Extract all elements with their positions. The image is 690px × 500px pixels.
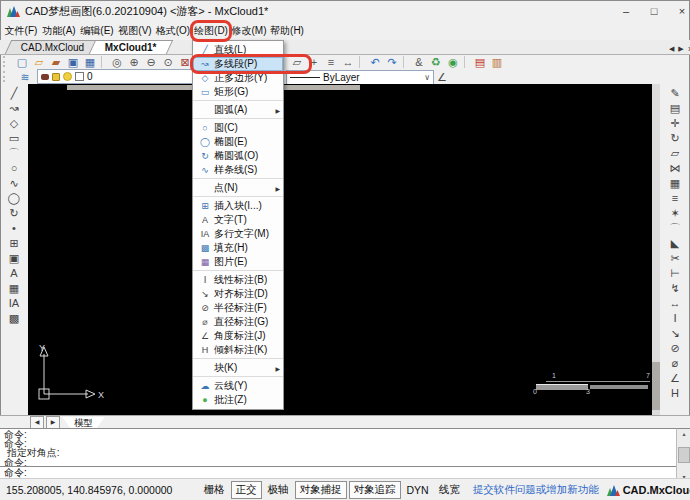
fillet-tool-icon[interactable]: ⌒ (663, 221, 687, 236)
draw-menu-hatch[interactable]: ▩ 填充(H) ▶ (193, 241, 283, 255)
draw-menu-dim-aligned[interactable]: ↘ 对齐标注(D) ▶ (193, 287, 283, 301)
insert-block-tool-icon[interactable]: ⊞ (2, 236, 26, 251)
toggle-otrack[interactable]: 对象追踪 (349, 481, 401, 499)
toggle-osnap[interactable]: 对象捕捉 (295, 481, 347, 499)
block-tool-icon[interactable]: ▣ (2, 251, 26, 266)
web-icon[interactable]: ◉ (445, 55, 461, 69)
draw-menu-circle[interactable]: ○ 圆(C) ▶ (193, 121, 283, 135)
draw-menu-line[interactable]: ╱ 直线(L) ▶ (193, 43, 283, 57)
draw-menu-insert-block[interactable]: ⊞ 插入块(I...) ▶ (193, 199, 283, 213)
dim-oblique-tool-icon[interactable]: H (663, 386, 687, 401)
line-tool-icon[interactable]: ╱ (2, 86, 26, 101)
draw-menu-mtext[interactable]: IA 多行文字(M) ▶ (193, 227, 283, 241)
color-select[interactable]: ByLayer ∨ (286, 70, 434, 85)
extend-tool-icon[interactable]: ⊢ (663, 266, 687, 281)
distance-icon[interactable]: ↔ (340, 55, 356, 69)
explode-tool-icon[interactable]: ✶ (663, 206, 687, 221)
draw-menu-spline[interactable]: ∿ 样条线(S) ▶ (193, 163, 283, 179)
draw-menu-text[interactable]: A 文字(T) ▶ (193, 213, 283, 227)
draw-menu-rectangle[interactable]: ▭ 矩形(G) ▶ (193, 85, 283, 101)
offset-tool-icon[interactable]: ≡ (663, 191, 687, 206)
area-icon[interactable]: ▱ (289, 55, 305, 69)
draw-menu-arc[interactable]: 圆弧(A) ▶ (193, 103, 283, 119)
zoom-all-icon[interactable]: ⊙ (160, 55, 176, 69)
layer-select[interactable]: 0 ∨ (37, 69, 203, 84)
dim-angular-tool-icon[interactable]: ∠ (663, 371, 687, 386)
draw-menu-ellipse[interactable]: ◯ 椭圆(E) ▶ (193, 135, 283, 149)
new-file-icon[interactable]: ▢ (14, 55, 30, 69)
draw-menu-dim-angular[interactable]: ∠ 角度标注(J) ▶ (193, 329, 283, 343)
menu-item-modify[interactable]: 修改(M) (230, 22, 268, 40)
menu-item-help[interactable]: 帮助(H) (268, 22, 306, 40)
lineweight-icon[interactable]: ∠ (434, 70, 450, 84)
circle-tool-icon[interactable]: ○ (2, 161, 26, 176)
draw-menu-dim-diameter[interactable]: ⌀ 直径标注(G) ▶ (193, 315, 283, 329)
tab-mxcloud1[interactable]: MxCloud1* (89, 40, 173, 54)
image-tool-icon[interactable]: ▦ (2, 281, 26, 296)
import-icon[interactable]: ▰ (48, 55, 64, 69)
feedback-link[interactable]: 提交软件问题或增加新功能 (473, 483, 599, 497)
text-tool-icon[interactable]: A (2, 266, 26, 281)
tab-next-icon[interactable]: ▶ (678, 45, 683, 53)
maximize-button[interactable]: □ (640, 1, 668, 21)
draw-menu-dim-linear[interactable]: Ⅰ 线性标注(B) ▶ (193, 273, 283, 287)
scroll-up-icon[interactable]: ▴ (682, 430, 685, 437)
copy-tool-icon[interactable]: ▤ (663, 101, 687, 116)
ellipse-tool-icon[interactable]: ◯ (2, 191, 26, 206)
group-icon[interactable]: & (411, 55, 427, 69)
id-point-icon[interactable]: + (306, 55, 322, 69)
list-icon[interactable]: ≡ (323, 55, 339, 69)
draw-menu-image[interactable]: ▦ 图片(E) ▶ (193, 255, 283, 271)
minimize-button[interactable]: – (612, 1, 640, 21)
dim-diameter-tool-icon[interactable]: ⌀ (663, 356, 687, 371)
draw-menu-point[interactable]: 点(N) ▶ (193, 181, 283, 197)
layers-manager-icon[interactable]: ≋ (17, 70, 33, 84)
pdf-export-icon[interactable]: ▤ (472, 55, 488, 69)
close-button[interactable]: × (668, 1, 690, 21)
dim-aligned-tool-icon[interactable]: ↘ (663, 326, 687, 341)
menu-item-file[interactable]: 文件(F) (2, 22, 40, 40)
draw-menu-revcloud[interactable]: ☁ 云线(Y) ▶ (193, 379, 283, 393)
toggle-grid[interactable]: 栅格 (200, 482, 229, 498)
rotate-tool-icon[interactable]: ↻ (663, 131, 687, 146)
polygon-tool-icon[interactable]: ◇ (2, 116, 26, 131)
ellipse-arc-tool-icon[interactable]: ↻ (2, 206, 26, 221)
erase-tool-icon[interactable]: ✎ (663, 86, 687, 101)
command-scrollbar[interactable]: ▴ ▾ (676, 428, 690, 481)
menu-item-draw[interactable]: 绘图(D) (192, 22, 230, 40)
toggle-polar[interactable]: 极轴 (264, 482, 293, 498)
chamfer-tool-icon[interactable]: ◣ (663, 236, 687, 251)
dim-linear-tool-icon[interactable]: Ⅰ (663, 311, 687, 326)
mirror-tool-icon[interactable]: ⋈ (663, 161, 687, 176)
rectangle-tool-icon[interactable]: ▭ (2, 131, 26, 146)
zoom-out-icon[interactable]: ⊖ (143, 55, 159, 69)
draw-menu-dim-radius[interactable]: ⊘ 半径标注(F) ▶ (193, 301, 283, 315)
dim-radius-tool-icon[interactable]: ⊘ (663, 341, 687, 356)
zoom-window-icon[interactable]: ⊠ (177, 55, 193, 69)
scale-tool-icon[interactable]: ▱ (663, 146, 687, 161)
menu-item-format[interactable]: 格式(O) (154, 22, 192, 40)
polyline-tool-icon[interactable]: ↝ (2, 101, 26, 116)
mtext-tool-icon[interactable]: IA (2, 296, 26, 311)
model-tab[interactable]: 模型 (62, 417, 105, 429)
zoom-extents-icon[interactable]: ◎ (109, 55, 125, 69)
redo-icon[interactable]: ↷ (384, 55, 400, 69)
tab-prev-icon[interactable]: ◀ (669, 45, 674, 53)
toggle-ortho[interactable]: 正交 (231, 481, 262, 499)
drawing-canvas[interactable] (28, 84, 652, 415)
save-all-icon[interactable]: ▦ (82, 55, 98, 69)
open-file-icon[interactable]: ▱ (31, 55, 47, 69)
command-scrollbar-thumb[interactable] (678, 447, 690, 463)
refresh-icon[interactable]: ♻ (428, 55, 444, 69)
break-tool-icon[interactable]: ↯ (663, 281, 687, 296)
menu-item-function[interactable]: 功能(A) (40, 22, 78, 40)
draw-menu-block[interactable]: 块(K) ▶ (193, 361, 283, 377)
draw-menu-ellipse-arc[interactable]: ↻ 椭圆弧(O) ▶ (193, 149, 283, 163)
stretch-tool-icon[interactable]: ↔ (663, 296, 687, 311)
menu-item-edit[interactable]: 编辑(E) (78, 22, 116, 40)
screenshot-icon[interactable]: ▥ (489, 55, 505, 69)
draw-menu-dim-oblique[interactable]: H 倾斜标注(K) ▶ (193, 343, 283, 359)
draw-menu-polyline[interactable]: ↝ 多线段(P) ▶ (193, 57, 283, 71)
move-tool-icon[interactable]: ✛ (663, 116, 687, 131)
draw-menu-polygon[interactable]: ◇ 正多边形(Y) ▶ (193, 71, 283, 85)
